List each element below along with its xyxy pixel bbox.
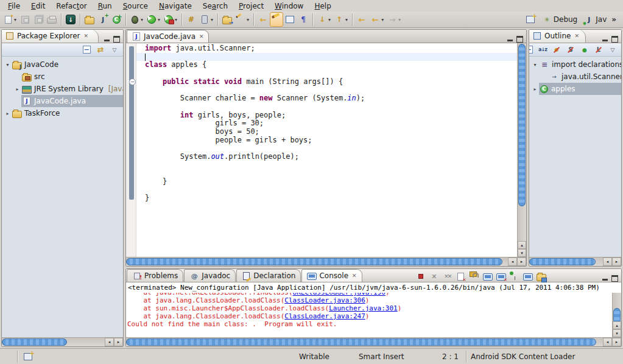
open-resource-button[interactable] bbox=[220, 12, 234, 27]
view-menu-button[interactable] bbox=[607, 44, 618, 55]
editor-hscrollbar[interactable]: ◂▸ bbox=[126, 257, 526, 266]
outline-item[interactable]: import declarations bbox=[529, 58, 621, 71]
scroll-lock-button[interactable] bbox=[469, 271, 480, 282]
scroll-left-icon[interactable]: ◂ bbox=[105, 338, 114, 346]
expander-icon[interactable] bbox=[13, 86, 21, 92]
package-explorer-item[interactable]: JavaCode.java bbox=[2, 95, 123, 107]
clear-console-button[interactable] bbox=[456, 271, 466, 282]
minimize-button[interactable] bbox=[104, 36, 110, 43]
package-explorer-label-area[interactable]: TaskForce bbox=[12, 107, 123, 119]
display-selected-button[interactable] bbox=[523, 271, 533, 282]
scroll-down-icon[interactable]: ▾ bbox=[613, 329, 621, 337]
menu-window[interactable]: Window bbox=[269, 1, 309, 11]
scrollbar-thumb[interactable] bbox=[126, 258, 502, 265]
tab-declaration[interactable]: Declaration bbox=[236, 269, 301, 282]
mark-occurrences-button[interactable] bbox=[270, 12, 283, 27]
package-explorer-label-area[interactable]: JavaCode.java bbox=[21, 95, 123, 107]
dropdown-arrow-icon[interactable]: ▾ bbox=[398, 17, 401, 23]
menu-navigate[interactable]: Navigate bbox=[153, 1, 197, 11]
previous-annotation-button[interactable]: ▾ bbox=[333, 12, 350, 27]
perspective-jav-button[interactable]: Jav bbox=[582, 13, 608, 26]
outline-label-area[interactable]: import declarations bbox=[539, 58, 621, 71]
maximize-button[interactable] bbox=[516, 36, 523, 43]
show-selected-element-button[interactable] bbox=[283, 12, 297, 27]
outline-label-area[interactable]: apples bbox=[539, 83, 621, 95]
terminate-button[interactable] bbox=[415, 271, 426, 282]
menu-run[interactable]: Run bbox=[93, 1, 118, 11]
show-on-stderr-button[interactable] bbox=[496, 271, 507, 282]
scroll-right-icon[interactable]: ▸ bbox=[612, 338, 621, 346]
hide-fields-button[interactable] bbox=[551, 44, 562, 55]
tab-problems[interactable]: Problems bbox=[127, 269, 183, 282]
new-wizard-button[interactable]: ▾ bbox=[2, 12, 18, 27]
stack-trace-link[interactable]: ClassLoader.java:247 bbox=[284, 312, 365, 320]
scroll-up-icon[interactable]: ▴ bbox=[613, 321, 621, 329]
collapse-all-button[interactable] bbox=[529, 44, 534, 55]
outline-item[interactable]: java.util.Scanner bbox=[529, 71, 621, 83]
last-edit-location-button[interactable] bbox=[256, 12, 270, 27]
avd-manager-button[interactable]: ▾ bbox=[198, 12, 215, 27]
show-whitespace-button[interactable] bbox=[297, 12, 310, 27]
menu-edit[interactable]: Edit bbox=[26, 1, 51, 11]
android-sdk-manager-button[interactable] bbox=[64, 12, 77, 27]
scroll-down-icon[interactable]: ▾ bbox=[518, 249, 526, 257]
hide-static-button[interactable] bbox=[565, 44, 576, 55]
debug-button[interactable]: ▾ bbox=[128, 12, 145, 27]
perspective-debug-button[interactable]: Debug bbox=[540, 13, 579, 26]
package-explorer-item[interactable]: src bbox=[2, 71, 123, 83]
expander-icon[interactable] bbox=[4, 62, 12, 68]
minimize-button[interactable] bbox=[602, 36, 608, 43]
external-tools-button[interactable]: ▾ bbox=[234, 12, 251, 27]
console-vscrollbar[interactable]: ▴▾ bbox=[612, 293, 621, 337]
view-menu-button[interactable] bbox=[109, 44, 120, 55]
maximize-button[interactable] bbox=[611, 36, 618, 43]
package-explorer-item[interactable]: JavaCode bbox=[2, 58, 123, 71]
sort-button[interactable] bbox=[537, 44, 548, 55]
background-job-label[interactable]: Android SDK Content Loader bbox=[471, 352, 575, 361]
package-explorer-label-area[interactable]: JRE System Library[JavaSE-1. bbox=[21, 83, 123, 95]
console-hscrollbar[interactable]: ◂▸ bbox=[126, 337, 621, 346]
maximize-button[interactable] bbox=[113, 36, 120, 43]
scroll-right-icon[interactable]: ▸ bbox=[114, 338, 123, 346]
pin-console-button[interactable] bbox=[509, 271, 520, 282]
menu-refactor[interactable]: Refactor bbox=[51, 1, 92, 11]
run-history-button[interactable]: ▾ bbox=[162, 12, 179, 27]
dropdown-arrow-icon[interactable]: ▾ bbox=[158, 17, 160, 23]
new-java-class-button[interactable] bbox=[110, 12, 123, 27]
new-java-package-button[interactable] bbox=[96, 12, 110, 27]
back-to-last-edit-button[interactable] bbox=[355, 12, 368, 27]
dropdown-arrow-icon[interactable]: ▾ bbox=[211, 17, 213, 23]
perspective-overflow-chevron[interactable]: » bbox=[611, 15, 616, 24]
outline-item[interactable]: apples bbox=[529, 83, 621, 95]
dropdown-arrow-icon[interactable]: ▾ bbox=[14, 17, 16, 23]
close-icon[interactable]: ✕ bbox=[574, 33, 579, 39]
package-explorer-hscrollbar[interactable]: ◂▸ bbox=[2, 337, 123, 346]
open-console-button[interactable] bbox=[536, 271, 547, 282]
menu-search[interactable]: Search bbox=[197, 1, 233, 11]
outline-hscrollbar[interactable]: ◂▸ bbox=[529, 257, 621, 266]
stack-trace-link[interactable]: ClassLoader.java:306 bbox=[284, 296, 365, 304]
new-java-project-button[interactable] bbox=[83, 12, 96, 27]
editor-tab[interactable]: JavaCode.java ✕ bbox=[127, 30, 209, 43]
editor-vscrollbar[interactable]: ▴▾ bbox=[517, 43, 526, 257]
menu-file[interactable]: File bbox=[2, 1, 26, 11]
package-explorer-item[interactable]: JRE System Library[JavaSE-1. bbox=[2, 83, 123, 95]
fast-view-button[interactable] bbox=[21, 350, 35, 363]
scroll-up-icon[interactable]: ▴ bbox=[518, 241, 526, 249]
hide-local-types-button[interactable] bbox=[593, 44, 604, 55]
dropdown-arrow-icon[interactable]: ▾ bbox=[141, 17, 143, 23]
package-explorer-label-area[interactable]: src bbox=[21, 71, 123, 83]
scrollbar-thumb[interactable] bbox=[126, 338, 596, 346]
scroll-left-icon[interactable]: ◂ bbox=[603, 338, 612, 346]
menu-help[interactable]: Help bbox=[309, 1, 336, 11]
link-with-editor-button[interactable] bbox=[95, 44, 106, 55]
dropdown-arrow-icon[interactable]: ▾ bbox=[175, 17, 177, 23]
next-annotation-button[interactable]: ▾ bbox=[315, 12, 333, 27]
run-button[interactable]: ▾ bbox=[145, 12, 162, 27]
stack-trace-link[interactable]: Launcher.java:301 bbox=[329, 304, 398, 312]
new-android-project-button[interactable] bbox=[185, 12, 198, 27]
package-explorer-tab[interactable]: Package Explorer ✕ bbox=[2, 29, 99, 43]
dropdown-arrow-icon[interactable]: ▾ bbox=[247, 17, 249, 23]
maximize-button[interactable] bbox=[611, 275, 618, 282]
code-editor[interactable]: import java.util.Scanner;class apples { … bbox=[136, 43, 517, 257]
